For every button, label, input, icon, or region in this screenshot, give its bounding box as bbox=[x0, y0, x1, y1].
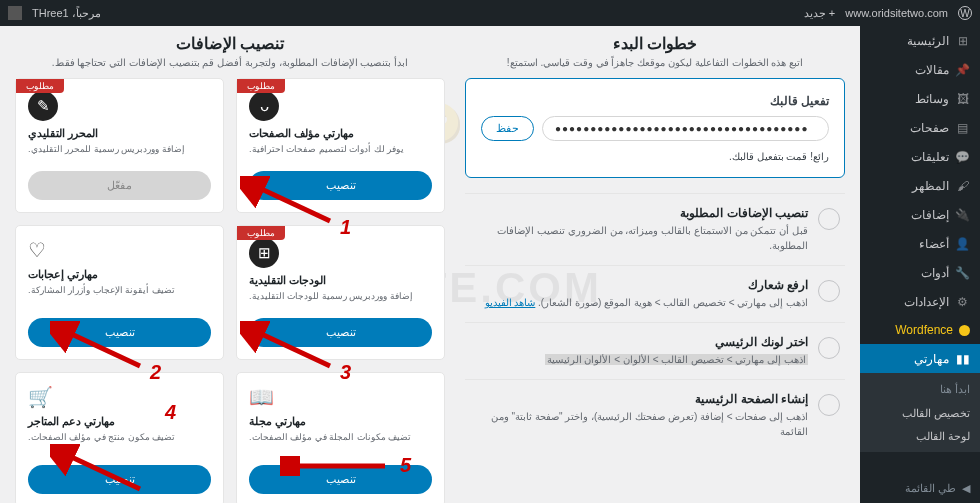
brush-icon: 🖌 bbox=[955, 178, 970, 193]
step-check-icon[interactable] bbox=[818, 337, 840, 359]
sidebar-posts[interactable]: 📌مقالات bbox=[860, 55, 980, 84]
editor-icon: ✎ bbox=[28, 91, 58, 121]
comment-icon: 💬 bbox=[955, 149, 970, 164]
plugin-card-classic-widgets: مطلوب ⊞ الودجات التقليدية إضافة ووردبريس… bbox=[236, 225, 445, 360]
sidebar-appearance[interactable]: 🖌المظهر bbox=[860, 171, 980, 200]
step-desc: اذهب إلى صفحات > إضافة (تعرض صفحتك الرئي… bbox=[470, 409, 808, 439]
required-badge: مطلوب bbox=[237, 226, 285, 240]
new-link[interactable]: + جديد bbox=[804, 7, 835, 20]
steps-subtitle: اتبع هذه الخطوات التفاعلية ليكون موقعك ج… bbox=[465, 57, 845, 68]
activated-button: مفعّل bbox=[28, 171, 211, 200]
user-icon: 👤 bbox=[955, 236, 970, 251]
cart-icon: 🛒 bbox=[28, 385, 53, 409]
submenu-head: ابدأ هنا bbox=[860, 377, 980, 402]
admin-sidebar: ⊞الرئيسية 📌مقالات 🖾وسائط ▤صفحات 💬تعليقات… bbox=[860, 26, 980, 503]
step-check-icon[interactable] bbox=[818, 280, 840, 302]
step-desc: قبل أن تتمكن من الاستمتاع بالقالب وميزات… bbox=[470, 223, 808, 253]
greeting[interactable]: مرحباً، THree1 bbox=[32, 7, 101, 20]
pin-icon: 📌 bbox=[955, 62, 970, 77]
token-title: تفعيل قالبك bbox=[481, 94, 829, 108]
sidebar-media[interactable]: 🖾وسائط bbox=[860, 84, 980, 113]
plugin-title: مهارتي إعجابات bbox=[28, 268, 211, 281]
step-title: تنصيب الإضافات المطلوبة bbox=[470, 206, 808, 220]
required-badge: مطلوب bbox=[16, 79, 64, 93]
annotation-num-3: 3 bbox=[340, 361, 351, 384]
plugin-card-classic-editor: مطلوب ✎ المحرر التقليدي إضافة ووردبريس ر… bbox=[15, 78, 224, 213]
install-button[interactable]: تنصيب bbox=[249, 171, 432, 200]
step-title: ارفع شعارك bbox=[470, 278, 808, 292]
plugin-title: مهارتي دعم المتاجر bbox=[28, 415, 211, 428]
required-badge: مطلوب bbox=[237, 79, 285, 93]
plugin-title: مهارتي مؤلف الصفحات bbox=[249, 127, 432, 140]
annotation-num-5: 5 bbox=[400, 454, 411, 477]
plugin-title: الودجات التقليدية bbox=[249, 274, 432, 287]
plugin-card-likes: ♡ مهارتي إعجابات تضيف أيقونة الإعجاب وأز… bbox=[15, 225, 224, 360]
plugin-desc: إضافة ووردبريس رسمية للمحرر التقليدي. bbox=[28, 144, 211, 163]
step-check-icon[interactable] bbox=[818, 208, 840, 230]
step-install-plugins: تنصيب الإضافات المطلوبة قبل أن تتمكن من … bbox=[465, 193, 845, 265]
install-button[interactable]: تنصيب bbox=[28, 465, 211, 494]
token-message: رائع! قمت بتفعيل قالبك. bbox=[481, 151, 829, 162]
plugin-desc: إضافة ووردبريس رسمية للودجات التقليدية. bbox=[249, 291, 432, 310]
plugin-card-magazine: 📖 مهارتي مجلة تضيف مكونات المجلة في مؤلف… bbox=[236, 372, 445, 503]
steps-title: خطوات البدء bbox=[465, 34, 845, 53]
chevron-left-icon: ◀ bbox=[962, 482, 970, 495]
plug-icon: 🔌 bbox=[955, 207, 970, 222]
book-icon: 📖 bbox=[249, 385, 274, 409]
submenu-customize[interactable]: تخصيص القالب bbox=[860, 402, 980, 425]
avatar-icon[interactable] bbox=[8, 6, 22, 20]
plugin-title: المحرر التقليدي bbox=[28, 127, 211, 140]
sidebar-settings[interactable]: ⚙الإعدادات bbox=[860, 287, 980, 316]
step-desc: اذهب إلى مهارتي > تخصيص القالب > الألوان… bbox=[470, 352, 808, 367]
step-title: اختر لونك الرئيسي bbox=[470, 335, 808, 349]
sidebar-plugins[interactable]: 🔌إضافات bbox=[860, 200, 980, 229]
plugins-title: تنصيب الإضافات bbox=[15, 34, 445, 53]
step-desc: اذهب إلى مهارتي > تخصيص القالب > هوية ال… bbox=[470, 295, 808, 310]
plugin-title: مهارتي مجلة bbox=[249, 415, 432, 428]
dashboard-icon: ⊞ bbox=[955, 33, 970, 48]
step-create-homepage: إنشاء الصفحة الرئيسية اذهب إلى صفحات > إ… bbox=[465, 379, 845, 451]
plugins-subtitle: ابدأ بتنصيب الإضافات المطلوبة، ولتجربة أ… bbox=[15, 57, 445, 68]
plugin-card-shop: 🛒 مهارتي دعم المتاجر تضيف مكون منتج في م… bbox=[15, 372, 224, 503]
page-icon: ▤ bbox=[955, 120, 970, 135]
annotation-num-2: 2 bbox=[150, 361, 161, 384]
video-link[interactable]: شاهد الفيديو bbox=[485, 297, 536, 308]
step-choose-color: اختر لونك الرئيسي اذهب إلى مهارتي > تخصي… bbox=[465, 322, 845, 379]
step-title: إنشاء الصفحة الرئيسية bbox=[470, 392, 808, 406]
install-button[interactable]: تنصيب bbox=[28, 318, 211, 347]
plugin-desc: يوفر لك أدوات لتصميم صفحات احترافية. bbox=[249, 144, 432, 163]
annotation-num-1: 1 bbox=[340, 216, 351, 239]
token-save-button[interactable]: حفظ bbox=[481, 116, 534, 141]
admin-bar: W www.oridsitetwo.com + جديد مرحباً، THr… bbox=[0, 0, 980, 26]
site-link[interactable]: www.oridsitetwo.com bbox=[845, 7, 948, 19]
step-upload-logo: ارفع شعارك اذهب إلى مهارتي > تخصيص القال… bbox=[465, 265, 845, 322]
sidebar-submenu: ابدأ هنا تخصيص القالب لوحة القالب bbox=[860, 373, 980, 452]
wrench-icon: 🔧 bbox=[955, 265, 970, 280]
sidebar-meharty[interactable]: ▮▮مهارتي bbox=[860, 344, 980, 373]
install-button[interactable]: تنصيب bbox=[249, 318, 432, 347]
sidebar-dashboard[interactable]: ⊞الرئيسية bbox=[860, 26, 980, 55]
sliders-icon: ⚙ bbox=[955, 294, 970, 309]
token-box: تفعيل قالبك حفظ رائع! قمت بتفعيل قالبك. bbox=[465, 78, 845, 178]
composer-icon: ᴗ bbox=[249, 91, 279, 121]
wordfence-icon bbox=[959, 325, 970, 336]
bars-icon: ▮▮ bbox=[955, 351, 970, 366]
widgets-icon: ⊞ bbox=[249, 238, 279, 268]
collapse-menu[interactable]: ◀طي القائمة bbox=[860, 474, 980, 503]
step-check-icon[interactable] bbox=[818, 394, 840, 416]
annotation-num-4: 4 bbox=[165, 401, 176, 424]
token-input[interactable] bbox=[542, 116, 829, 141]
sidebar-tools[interactable]: 🔧أدوات bbox=[860, 258, 980, 287]
submenu-dashboard[interactable]: لوحة القالب bbox=[860, 425, 980, 448]
plugin-desc: تضيف أيقونة الإعجاب وأزرار المشاركة. bbox=[28, 285, 211, 310]
sidebar-users[interactable]: 👤أعضاء bbox=[860, 229, 980, 258]
media-icon: 🖾 bbox=[955, 91, 970, 106]
wp-logo-icon[interactable]: W bbox=[958, 6, 972, 20]
sidebar-pages[interactable]: ▤صفحات bbox=[860, 113, 980, 142]
plugin-card-composer: مطلوب ᴗ مهارتي مؤلف الصفحات يوفر لك أدوا… bbox=[236, 78, 445, 213]
sidebar-comments[interactable]: 💬تعليقات bbox=[860, 142, 980, 171]
plugin-desc: تضيف مكون منتج في مؤلف الصفحات. bbox=[28, 432, 211, 457]
sidebar-wordfence[interactable]: Wordfence bbox=[860, 316, 980, 344]
heart-icon: ♡ bbox=[28, 238, 46, 262]
